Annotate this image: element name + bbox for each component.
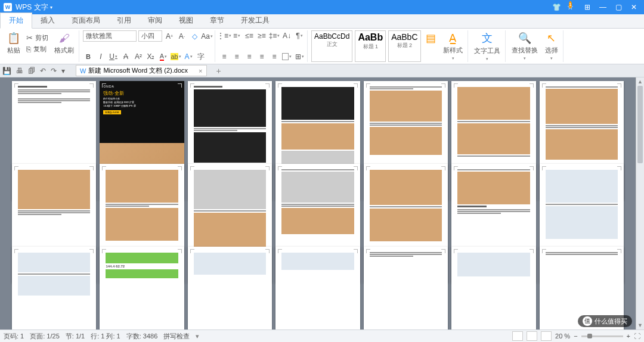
page-thumbnail[interactable]: 144.4 62.72 [100,247,184,329]
app-name: WPS 文字 [16,2,48,13]
skin-icon[interactable]: 👕 [552,3,561,11]
zoom-slider[interactable] [581,335,623,337]
numbering-button[interactable]: ≡▾ [231,30,242,41]
underline-button[interactable]: U▾ [108,51,119,62]
page-thumbnail[interactable] [275,247,360,329]
align-center-button[interactable]: ≡ [231,51,242,62]
decrease-indent-button[interactable]: ≤≡ [244,30,255,41]
find-replace-button[interactable]: 🔍查找替换▾ [509,30,540,62]
font-size-select[interactable]: 小四 [138,30,162,42]
document-canvas[interactable]: ONDA强劲·全新的个性轻薄小本酷睿升级 金属机身 SSD 扩展13.3英寸 1… [0,77,636,329]
app-logo: W [4,3,12,11]
italic-button[interactable]: I [95,51,106,62]
document-tab[interactable]: W 新建 Microsoft Word 文档 (2).docx × [76,65,207,76]
style-heading1[interactable]: AaBb标题 1 [355,30,386,62]
print-button[interactable]: 🖶 [16,67,23,75]
tab-references[interactable]: 引用 [109,13,140,28]
view-outline-button[interactable] [527,331,537,341]
qat-more-button[interactable]: ▾ [61,67,65,75]
font-family-select[interactable]: 微软雅黑 [83,30,137,42]
save-button[interactable]: 💾 [2,67,11,75]
scroll-track[interactable] [636,86,644,321]
status-spellcheck[interactable]: 拼写检查 [163,332,190,341]
clear-format-button[interactable]: ◇ [189,31,200,42]
tab-developer[interactable]: 开发工具 [233,13,278,28]
text-effects-button[interactable]: A▾ [183,51,194,62]
bold-button[interactable]: B [83,51,94,62]
maximize-icon[interactable]: ▢ [614,3,623,11]
close-icon[interactable]: ✕ [630,3,638,11]
shrink-font-button[interactable]: A- [177,31,187,42]
scroll-up-arrow[interactable]: ▲ [636,77,644,86]
page-thumbnail[interactable] [451,247,535,329]
font-color-button[interactable]: A▾ [158,51,169,62]
tab-insert[interactable]: 插入 [32,13,63,28]
minimize-icon[interactable]: — [599,3,607,11]
fullscreen-button[interactable]: ⛶ [634,332,640,340]
sort-button[interactable]: A↓ [281,30,292,41]
align-right-button[interactable]: ≡ [244,51,255,62]
scissors-icon: ✂ [26,33,33,42]
scroll-down-arrow[interactable]: ▼ [636,321,644,329]
page-thumbnail[interactable] [364,247,448,329]
quick-access-toolbar: 💾 🖶 🗐 ↶ ↷ ▾ W 新建 Microsoft Word 文档 (2).d… [0,64,644,77]
zoom-in-button[interactable]: + [627,332,630,340]
char-shading-button[interactable]: 字 [196,51,206,62]
shading-button[interactable]: ▾ [281,51,292,62]
notification-icon[interactable]: ☆1 [568,3,576,11]
bullets-button[interactable]: ⋮≡▾ [219,30,230,41]
status-page-number[interactable]: 页码: 1 [4,332,24,341]
close-doc-icon[interactable]: × [199,67,202,74]
cut-button[interactable]: ✂剪切 [25,33,49,43]
undo-button[interactable]: ↶ [40,67,46,75]
style-heading2[interactable]: AaBbC标题 2 [388,30,420,62]
paste-button[interactable]: 📋粘贴 [5,30,23,56]
distributed-button[interactable]: ≡ [269,51,280,62]
copy-button[interactable]: ⎘复制 [25,44,49,54]
app-menu-dropdown[interactable]: ▾ [50,5,52,10]
new-style-icon: A̲ [449,32,456,45]
strikethrough-button[interactable]: A [120,51,131,62]
format-painter-button[interactable]: 🖌格式刷 [52,31,76,56]
view-print-layout-button[interactable] [512,331,523,341]
status-section[interactable]: 节: 1/1 [66,332,85,341]
subscript-button[interactable]: X₂ [145,51,156,62]
style-normal[interactable]: AaBbCcDd正文 [311,30,352,62]
select-button[interactable]: ↖选择▾ [543,30,561,62]
new-tab-button[interactable]: + [216,66,221,76]
tab-review[interactable]: 审阅 [140,13,171,28]
superscript-button[interactable]: A² [133,51,144,62]
redo-button[interactable]: ↷ [51,67,57,75]
align-left-button[interactable]: ≡ [219,51,230,62]
highlight-button[interactable]: ab▾ [171,51,181,62]
line-spacing-button[interactable]: ‡≡▾ [269,30,280,41]
show-marks-button[interactable]: ¶▾ [294,30,305,41]
watermark-icon: 值 [583,316,592,326]
tab-view[interactable]: 视图 [171,13,202,28]
tab-home[interactable]: 开始 [0,13,32,29]
tab-layout[interactable]: 页面布局 [63,13,109,28]
status-cursor[interactable]: 行: 1 列: 1 [91,332,120,341]
print-preview-button[interactable]: 🗐 [28,67,35,75]
grow-font-button[interactable]: A+ [164,31,175,42]
justify-button[interactable]: ≡ [256,51,267,62]
page-thumbnail[interactable] [12,247,96,329]
status-word-count[interactable]: 字数: 3486 [126,332,158,341]
page-thumbnail[interactable] [188,247,272,329]
increase-indent-button[interactable]: ≥≡ [256,30,267,41]
watermark-badge: 值 什么值得买 [578,315,632,327]
scroll-thumb[interactable] [637,86,643,163]
new-style-button[interactable]: A̲新样式▾ [441,30,465,62]
word-doc-icon: W [80,67,86,74]
status-pages[interactable]: 页面: 1/25 [30,332,60,341]
borders-button[interactable]: ⊞▾ [294,51,305,62]
tab-sections[interactable]: 章节 [202,13,233,28]
styles-more-button[interactable]: ▤ [423,30,438,62]
feedback-icon[interactable]: ⊞ [583,3,592,11]
change-case-button[interactable]: Aa▾ [202,31,212,42]
zoom-level[interactable]: 20 % [555,332,570,340]
view-web-button[interactable] [541,331,552,341]
zoom-out-button[interactable]: − [574,332,577,340]
text-tool-button[interactable]: 文文字工具▾ [472,30,503,63]
vertical-scrollbar[interactable]: ▲ ▼ [636,77,644,329]
